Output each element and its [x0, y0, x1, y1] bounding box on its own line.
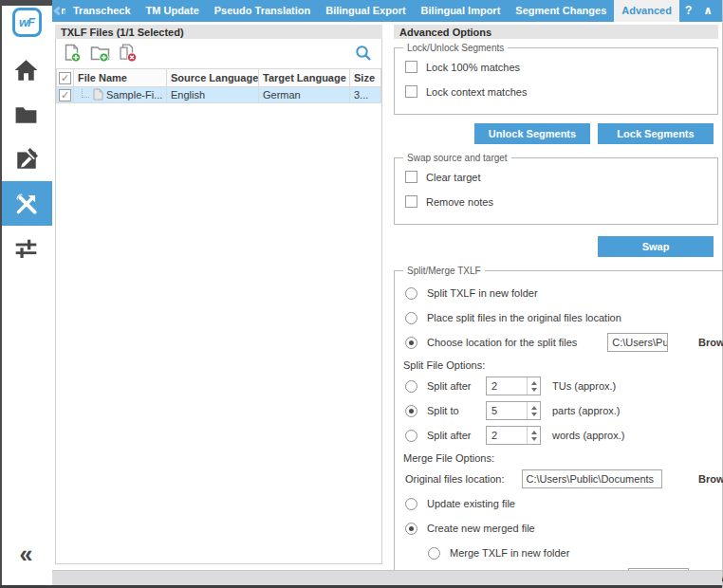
split-new-folder-row: Split TXLF in new folder [405, 284, 723, 303]
clear-target-label: Clear target [426, 172, 480, 183]
swap-button[interactable]: Swap [598, 236, 714, 257]
files-table: ✓ File Name Source Language Target Langu… [56, 68, 381, 103]
edit-icon [14, 147, 39, 172]
stepper-value: 2 [487, 427, 527, 444]
add-folder-icon [90, 44, 110, 64]
split-after-words-radio[interactable] [405, 430, 417, 442]
table-row[interactable]: ✓ Sample-Fi... [57, 87, 381, 103]
search-icon [355, 45, 372, 64]
swap-legend: Swap source and target [403, 153, 511, 163]
lock-100-row: Lock 100% matches [405, 61, 710, 73]
tree-elbow-icon [82, 89, 89, 98]
close-button[interactable]: X [718, 0, 723, 22]
sidebar-item-tools[interactable] [0, 181, 52, 226]
split-to-parts-row: Split to 5 parts (approx.) [405, 401, 723, 420]
original-files-browse-button[interactable]: Browse... [698, 473, 723, 485]
size-cell: 3... [350, 87, 381, 103]
file-icon [93, 88, 103, 102]
column-header-file-name[interactable]: File Name [74, 69, 167, 87]
split-after-tus-stepper[interactable]: 2 [486, 377, 541, 395]
wordfast-logo-icon: wF [12, 8, 42, 37]
lock-unlock-legend: Lock/Unlock Segments [403, 43, 508, 53]
tab-bilingual-import[interactable]: Bilingual Import [414, 0, 509, 22]
arrow-down-icon[interactable] [531, 388, 537, 392]
remove-notes-checkbox[interactable] [405, 195, 417, 208]
lock-context-checkbox[interactable] [405, 85, 417, 98]
stepper-arrows[interactable] [527, 377, 540, 395]
arrow-up-icon[interactable] [531, 381, 537, 385]
tools-icon [13, 191, 40, 217]
sidebar-item-editor[interactable] [0, 137, 52, 181]
stepper-arrows[interactable] [527, 402, 540, 419]
status-bar [52, 570, 722, 585]
arrow-down-icon[interactable] [531, 437, 537, 441]
split-to-parts-stepper[interactable]: 5 [486, 401, 541, 420]
content-area: TXLF Files (1/1 Selected) [52, 22, 721, 570]
sidebar-item-preferences[interactable] [0, 226, 52, 270]
clear-target-checkbox[interactable] [405, 171, 417, 183]
tab-tm-update[interactable]: TM Update [139, 0, 207, 22]
split-after-words-label: Split after [427, 430, 476, 441]
split-after-words-stepper[interactable]: 2 [486, 426, 541, 445]
update-existing-file-radio[interactable] [405, 498, 417, 510]
row-checkbox[interactable]: ✓ [59, 89, 71, 101]
lock-segments-button[interactable]: Lock Segments [598, 123, 714, 144]
clear-target-row: Clear target [405, 171, 710, 183]
home-icon [13, 58, 39, 83]
tab-bar: Uniques Transcheck TM Update Pseudo Tran… [52, 0, 722, 22]
files-panel-title: TXLF Files (1/1 Selected) [55, 25, 382, 39]
wordfast-logo[interactable]: wF [9, 4, 45, 40]
stepper-arrows[interactable] [527, 427, 540, 444]
files-table-header-row: ✓ File Name Source Language Target Langu… [57, 69, 381, 87]
files-panel-body: ✓ File Name Source Language Target Langu… [55, 39, 382, 564]
arrow-down-icon[interactable] [531, 413, 537, 416]
tab-pseudo-translation[interactable]: Pseudo Translation [207, 0, 318, 22]
select-all-cell: ✓ [57, 69, 74, 87]
merge-new-folder-radio[interactable] [428, 547, 440, 560]
create-new-merged-file-radio[interactable] [405, 523, 417, 535]
add-folder-button[interactable] [89, 44, 110, 64]
sidebar-collapse-button[interactable]: « [0, 543, 52, 564]
sliders-icon [13, 236, 39, 261]
tab-scroll-left-button[interactable] [52, 0, 62, 22]
tab-bilingual-export[interactable]: Bilingual Export [318, 0, 413, 22]
original-files-location-input[interactable]: C:\Users\Public\Documents [522, 469, 662, 488]
sidebar-item-projects[interactable] [0, 92, 52, 137]
split-after-tus-radio[interactable] [405, 380, 417, 393]
sidebar-item-home[interactable] [0, 47, 52, 92]
column-header-size[interactable]: Size [350, 69, 381, 87]
add-file-button[interactable] [62, 44, 83, 64]
tab-segment-changes[interactable]: Segment Changes [508, 0, 614, 22]
split-location-browse-button[interactable]: Browse... [698, 337, 723, 348]
merge-file-options-label: Merge File Options: [403, 452, 723, 464]
target-language-cell: German [259, 87, 350, 103]
split-new-folder-radio[interactable] [405, 287, 417, 300]
sidebar-nav [0, 47, 52, 270]
stepper-value: 2 [487, 377, 527, 395]
split-original-location-radio[interactable] [405, 312, 417, 324]
advanced-options-panel: Advanced Options Lock/Unlock Segments Lo… [394, 25, 718, 588]
split-location-input[interactable]: C:\Users\Pul [607, 333, 668, 352]
txlf-files-panel: TXLF Files (1/1 Selected) [55, 25, 382, 564]
split-choose-location-radio[interactable] [405, 337, 417, 349]
split-choose-location-row: Choose location for the split files C:\U… [405, 333, 723, 352]
unlock-segments-button[interactable]: Unlock Segments [474, 123, 590, 144]
tab-transcheck[interactable]: Transcheck [65, 0, 139, 22]
remove-file-button[interactable] [117, 44, 138, 64]
arrow-up-icon[interactable] [531, 431, 537, 434]
arrow-up-icon[interactable] [531, 406, 537, 410]
split-to-parts-radio[interactable] [405, 405, 417, 417]
help-button[interactable]: ? [679, 0, 697, 22]
select-all-checkbox[interactable]: ✓ [59, 72, 71, 84]
create-new-merged-file-row: Create new merged file [405, 519, 723, 538]
window-frame-left [0, 0, 2, 588]
collapse-panel-button[interactable]: ∧ [697, 0, 718, 22]
column-header-target-language[interactable]: Target Language [259, 69, 350, 87]
search-button[interactable] [353, 44, 374, 64]
lock-unlock-buttons: Unlock Segments Lock Segments [394, 123, 718, 144]
tab-advanced[interactable]: Advanced [614, 0, 679, 22]
swap-source-target-group: Swap source and target Clear target Remo… [394, 153, 718, 225]
lock-unlock-segments-group: Lock/Unlock Segments Lock 100% matches L… [394, 43, 718, 115]
lock-100-checkbox[interactable] [405, 61, 417, 73]
column-header-source-language[interactable]: Source Language [167, 69, 259, 87]
